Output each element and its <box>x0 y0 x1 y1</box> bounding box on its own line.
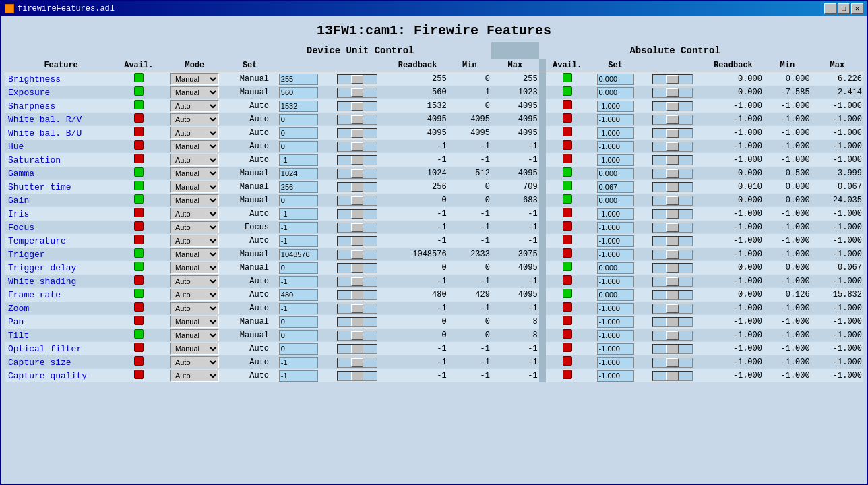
set-input-cell[interactable] <box>270 140 327 153</box>
slider-cell[interactable] <box>327 167 388 180</box>
abs-set-cell[interactable] <box>588 234 642 248</box>
abs-slider[interactable] <box>652 290 693 300</box>
abs-set-input[interactable] <box>597 74 634 85</box>
abs-slider-cell[interactable] <box>642 99 703 113</box>
set-input[interactable] <box>279 249 318 260</box>
abs-slider[interactable] <box>652 74 693 84</box>
abs-slider-cell[interactable] <box>642 315 703 329</box>
device-slider[interactable] <box>337 358 377 368</box>
abs-slider[interactable] <box>652 263 693 273</box>
slider-cell[interactable] <box>327 194 388 207</box>
set-input-cell[interactable] <box>270 234 327 248</box>
device-slider[interactable] <box>337 209 377 219</box>
mode-cell[interactable]: ManualAutoOne-push <box>160 72 229 86</box>
abs-set-input[interactable] <box>597 154 634 166</box>
abs-slider[interactable] <box>652 142 693 152</box>
mode-select[interactable]: ManualAutoOne-push <box>170 289 219 301</box>
set-input[interactable] <box>279 262 318 274</box>
abs-slider-cell[interactable] <box>642 302 703 315</box>
abs-set-input[interactable] <box>597 343 634 355</box>
abs-slider-cell[interactable] <box>642 180 703 194</box>
set-input[interactable] <box>279 114 318 125</box>
abs-slider[interactable] <box>652 317 693 327</box>
slider-cell[interactable] <box>327 113 388 126</box>
slider-cell[interactable] <box>327 355 388 369</box>
set-input[interactable] <box>279 357 318 368</box>
slider-cell[interactable] <box>327 302 388 315</box>
mode-select[interactable]: ManualAutoOne-push <box>170 370 219 382</box>
slider-cell[interactable] <box>327 329 388 342</box>
set-input-cell[interactable] <box>270 99 327 113</box>
slider-cell[interactable] <box>327 315 388 329</box>
mode-cell[interactable]: ManualAutoOne-push <box>160 234 229 248</box>
abs-set-input[interactable] <box>597 222 634 233</box>
set-input-cell[interactable] <box>270 221 327 234</box>
mode-cell[interactable]: ManualAutoOne-push <box>160 194 229 207</box>
mode-cell[interactable]: ManualAutoOne-push <box>160 275 229 288</box>
device-slider[interactable] <box>337 317 377 327</box>
device-slider[interactable] <box>337 182 377 192</box>
device-slider[interactable] <box>337 88 377 98</box>
set-input-cell[interactable] <box>270 315 327 329</box>
mode-select[interactable]: ManualAutoOne-push <box>170 86 219 98</box>
mode-cell[interactable]: ManualAutoOne-push <box>160 140 229 153</box>
set-input[interactable] <box>279 168 318 179</box>
abs-set-cell[interactable] <box>588 275 642 288</box>
abs-slider-cell[interactable] <box>642 140 703 153</box>
abs-set-input[interactable] <box>597 114 634 125</box>
abs-slider-cell[interactable] <box>642 113 703 126</box>
abs-slider-cell[interactable] <box>642 72 703 86</box>
abs-slider-cell[interactable] <box>642 221 703 234</box>
set-input[interactable] <box>279 330 318 341</box>
mode-cell[interactable]: ManualAutoOne-push <box>160 86 229 99</box>
slider-cell[interactable] <box>327 342 388 355</box>
set-input[interactable] <box>279 181 318 193</box>
close-button[interactable]: ✕ <box>851 3 863 14</box>
abs-slider[interactable] <box>652 344 693 354</box>
slider-cell[interactable] <box>327 180 388 194</box>
mode-select[interactable]: ManualAutoOne-push <box>170 275 219 287</box>
abs-slider[interactable] <box>652 155 693 165</box>
mode-cell[interactable]: ManualAutoOne-push <box>160 126 229 140</box>
set-input[interactable] <box>279 343 318 355</box>
mode-cell[interactable]: ManualAutoOne-push <box>160 288 229 302</box>
abs-set-cell[interactable] <box>588 342 642 355</box>
set-input[interactable] <box>279 154 318 166</box>
abs-slider[interactable] <box>652 88 693 98</box>
abs-set-input[interactable] <box>597 181 634 193</box>
abs-slider[interactable] <box>652 115 693 125</box>
abs-set-input[interactable] <box>597 303 634 314</box>
mode-select[interactable]: ManualAutoOne-push <box>170 154 219 166</box>
abs-slider[interactable] <box>652 209 693 219</box>
abs-set-input[interactable] <box>597 101 634 112</box>
mode-cell[interactable]: ManualAutoOne-push <box>160 153 229 167</box>
device-slider[interactable] <box>337 101 377 111</box>
device-slider[interactable] <box>337 142 377 152</box>
device-slider[interactable] <box>337 331 377 341</box>
abs-set-input[interactable] <box>597 168 634 179</box>
abs-slider-cell[interactable] <box>642 153 703 167</box>
abs-set-cell[interactable] <box>588 248 642 261</box>
device-slider[interactable] <box>337 74 377 84</box>
mode-select[interactable]: ManualAutoOne-push <box>170 194 219 206</box>
abs-set-cell[interactable] <box>588 126 642 140</box>
abs-slider-cell[interactable] <box>642 126 703 140</box>
abs-slider[interactable] <box>652 101 693 111</box>
abs-set-input[interactable] <box>597 195 634 206</box>
abs-slider[interactable] <box>652 223 693 233</box>
abs-slider[interactable] <box>652 250 693 260</box>
mode-select[interactable]: ManualAutoOne-push <box>170 208 219 220</box>
mode-select[interactable]: ManualAutoOne-push <box>170 343 219 355</box>
mode-cell[interactable]: ManualAutoOne-push <box>160 113 229 126</box>
abs-slider-cell[interactable] <box>642 234 703 248</box>
set-input-cell[interactable] <box>270 329 327 342</box>
mode-cell[interactable]: ManualAutoOne-push <box>160 329 229 342</box>
slider-cell[interactable] <box>327 153 388 167</box>
mode-cell[interactable]: ManualAutoOne-push <box>160 180 229 194</box>
abs-set-input[interactable] <box>597 262 634 274</box>
abs-slider[interactable] <box>652 128 693 138</box>
slider-cell[interactable] <box>327 288 388 302</box>
abs-set-cell[interactable] <box>588 221 642 234</box>
device-slider[interactable] <box>337 371 377 381</box>
abs-set-cell[interactable] <box>588 140 642 153</box>
